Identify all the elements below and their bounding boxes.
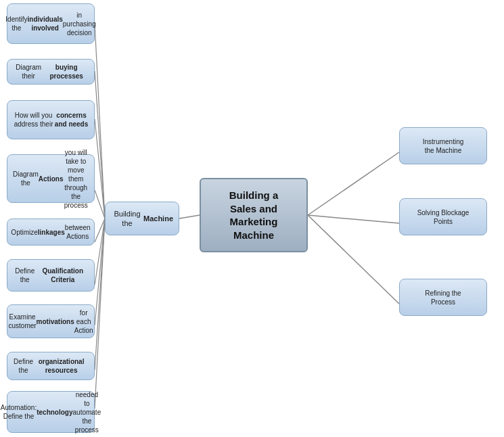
node-qualification: Define the Qualification Criteria [7,259,95,292]
svg-line-8 [95,218,105,409]
node-refining: Refining theProcess [399,279,487,316]
node-main-title: Building aSales andMarketingMachine [200,178,308,252]
svg-line-0 [95,24,105,218]
node-solving-blockage: Solving BlockagePoints [399,198,487,235]
svg-line-10 [308,152,399,215]
svg-line-6 [95,218,105,325]
node-motivations: Examine customer motivations for each Ac… [7,304,95,338]
svg-line-1 [95,71,105,218]
node-linkages: Optimize linkages between Actions [7,218,95,246]
node-buying-processes: Diagram their buying processes [7,59,95,85]
svg-line-3 [95,190,105,218]
node-technology: Automation: Define the technology needed… [7,391,95,433]
svg-line-5 [95,218,105,285]
node-actions: Diagram the Actions you will take to mov… [7,154,95,203]
node-concerns-needs: How will you address their concerns and … [7,100,95,139]
node-identify-individuals: Identify the individuals involved in pur… [7,3,95,44]
svg-line-9 [179,215,200,218]
diagram: Identify the individuals involved in pur… [0,0,504,437]
node-building-machine: Building the Machine [105,202,179,235]
svg-line-11 [308,215,399,223]
svg-line-2 [95,119,105,218]
svg-line-12 [308,215,399,304]
svg-line-7 [95,218,105,370]
node-instrumenting: Instrumentingthe Machine [399,127,487,164]
node-organizational: Define the organizational resources [7,352,95,380]
svg-line-4 [95,218,105,242]
